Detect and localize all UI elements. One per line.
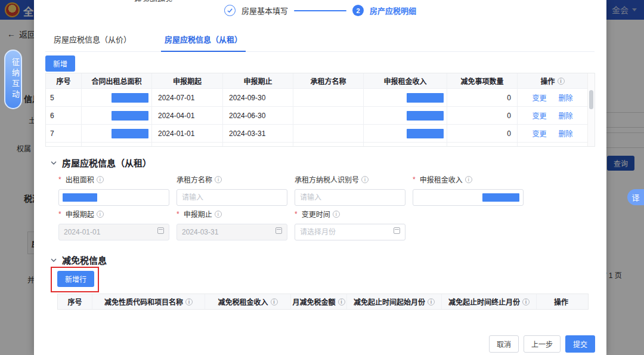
delete-link[interactable]: 删除 [559, 92, 573, 103]
step2-number-badge: 2 [352, 5, 364, 16]
rent-income-field[interactable] [413, 189, 524, 206]
table-row-partial [46, 142, 595, 147]
tenant-name-label: 承租方名称 [177, 174, 287, 184]
info-icon[interactable] [333, 211, 340, 218]
step1-label: 房屋基本填写 [242, 5, 288, 16]
tab-ad-valorem[interactable]: 房屋应税信息（从价） [50, 29, 135, 51]
step2-label: 房产应税明细 [370, 5, 416, 16]
info-icon[interactable] [338, 298, 345, 305]
change-time-field[interactable] [295, 224, 405, 240]
info-icon[interactable] [271, 298, 278, 305]
step1-check-icon [224, 5, 236, 16]
col-seq: 序号 [58, 294, 92, 309]
change-time-label: 变更时间 [295, 209, 405, 219]
tab-bar: 房屋应税信息（从价） 房屋应税信息（从租） [45, 29, 595, 52]
chevron-down-icon [51, 257, 57, 263]
rent-area-label: 出租面积 [58, 174, 169, 184]
change-link[interactable]: 变更 [532, 128, 546, 138]
rent-area-field[interactable] [58, 189, 169, 206]
col-rent-income: 申报租金收入 [364, 73, 447, 88]
info-icon[interactable] [97, 211, 104, 218]
delete-link[interactable]: 删除 [559, 128, 573, 138]
redacted-value [112, 129, 148, 138]
change-link[interactable]: 变更 [532, 110, 546, 121]
scrollbar-thumb[interactable] [589, 90, 593, 109]
col-total-area: 合同出租总面积 [82, 73, 152, 88]
interaction-floating-button[interactable]: 征纳互动 [4, 50, 22, 109]
info-icon[interactable] [361, 176, 369, 183]
period-end-field[interactable] [177, 224, 287, 240]
rental-info-section-title: 房屋应税信息（从租） [51, 156, 151, 169]
col-end-month: 减免起止时间终止月份 [442, 294, 537, 309]
col-seq: 序号 [46, 73, 82, 88]
submit-button[interactable]: 提交 [565, 335, 595, 353]
info-icon[interactable] [522, 298, 530, 305]
table-row: 5 2024-07-01 2024-09-30 0 变更 删除 [46, 88, 595, 106]
period-start-field[interactable] [58, 224, 169, 240]
col-actions: 操作 [518, 73, 587, 88]
change-link[interactable]: 变更 [532, 92, 546, 103]
tenant-name-field[interactable] [177, 189, 287, 206]
period-end-label: 申报期止 [177, 209, 287, 219]
calendar-icon [275, 227, 282, 234]
exempt-section-title: 减免税信息 [51, 254, 107, 266]
calendar-icon [157, 227, 164, 234]
col-exempt-count: 减免事项数量 [447, 73, 518, 88]
table-scrollbar[interactable] [587, 73, 595, 146]
add-button[interactable]: 新增 [45, 55, 75, 72]
table-row: 6 2024-04-01 2024-06-30 0 变更 删除 [46, 106, 595, 124]
col-actions: 操作 [537, 294, 586, 309]
tenant-taxid-field[interactable] [295, 189, 405, 206]
redacted-value [482, 193, 519, 202]
redacted-value [112, 111, 148, 121]
property-tax-detail-modal: 税源明细表 房屋基本填写 2 房产应税明细 房屋应税信息（从价） 房屋应税信息（… [34, 0, 606, 355]
period-start-label: 申报期起 [58, 209, 169, 219]
rent-income-label: 申报租金收入 [413, 174, 524, 184]
col-monthly-amount: 月减免税金额 [291, 294, 347, 309]
info-icon[interactable] [215, 211, 222, 218]
footer-actions: 取消 上一步 提交 [489, 335, 595, 353]
col-exempt-code: 减免性质代码和项目名称 [92, 294, 205, 309]
prev-step-button[interactable]: 上一步 [524, 335, 561, 353]
col-start-month: 减免起止时间起始月份 [347, 294, 442, 309]
info-icon[interactable] [215, 176, 222, 183]
tab-rental[interactable]: 房屋应税信息（从租） [161, 29, 246, 52]
cancel-button[interactable]: 取消 [489, 335, 519, 353]
clipped-modal-title: 税源明细表 [134, 0, 173, 2]
redacted-value [63, 193, 97, 202]
info-icon[interactable] [428, 298, 435, 305]
calendar-icon [394, 227, 400, 234]
translate-floating-button[interactable]: 译 [627, 189, 644, 205]
col-period-start: 申报期起 [152, 73, 223, 88]
exempt-table-header: 序号 减免性质代码和项目名称 减免税租金收入 月减免税金额 减免起止时间起始月份… [57, 294, 589, 310]
info-icon[interactable] [185, 298, 193, 305]
redacted-value [112, 93, 148, 103]
col-exempt-income: 减免税租金收入 [205, 294, 291, 309]
wizard-stepper: 房屋基本填写 2 房产应税明细 [34, 5, 606, 16]
chevron-down-icon [51, 160, 57, 166]
col-period-end: 申报期止 [223, 73, 293, 88]
table-row: 7 2024-01-01 2024-03-31 0 变更 删除 [46, 124, 595, 142]
redacted-value [407, 93, 444, 103]
stepper-connector [294, 10, 346, 11]
delete-link[interactable]: 删除 [559, 110, 573, 121]
redacted-value [407, 111, 444, 121]
table-header-row: 序号 合同出租总面积 申报期起 申报期止 承租方名称 申报租金收入 减免事项数量… [46, 73, 595, 88]
tenant-taxid-label: 承租方纳税人识别号 [295, 174, 405, 184]
redacted-value [407, 129, 444, 138]
col-tenant: 承租方名称 [293, 73, 364, 88]
info-icon[interactable] [465, 176, 472, 183]
rental-records-table: 序号 合同出租总面积 申报期起 申报期止 承租方名称 申报租金收入 减免事项数量… [45, 73, 595, 147]
info-icon[interactable] [558, 78, 565, 85]
info-icon[interactable] [97, 176, 104, 183]
red-annotation-box [51, 267, 99, 292]
